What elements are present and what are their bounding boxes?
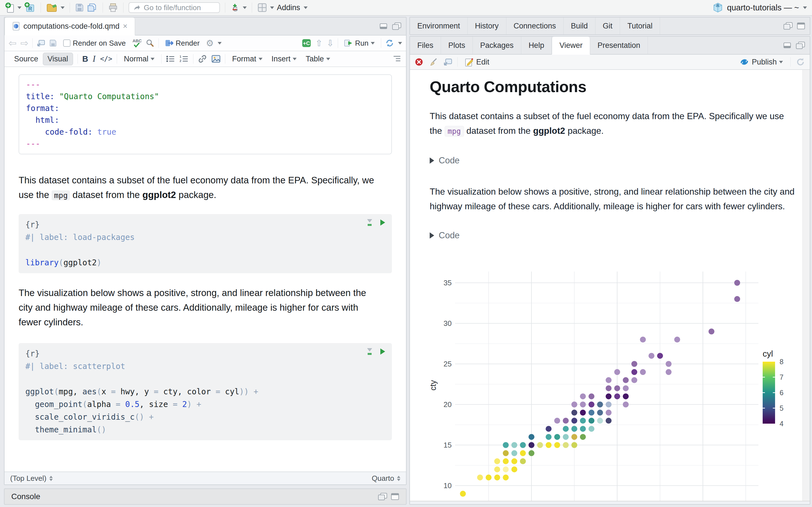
image-icon[interactable] — [211, 55, 220, 63]
run-chunk-icon[interactable] — [379, 348, 386, 355]
format-menu[interactable]: Format — [230, 54, 265, 64]
source-mode-button[interactable]: Source — [10, 53, 43, 65]
tab-title: computations-code-fold.qmd — [23, 22, 119, 31]
panes-caret-icon — [270, 6, 274, 9]
link-icon[interactable] — [198, 55, 207, 63]
code-button[interactable]: </> — [100, 55, 112, 63]
visual-mode-button[interactable]: Visual — [43, 53, 73, 65]
tab-presentation[interactable]: Presentation — [590, 37, 648, 54]
save-icon[interactable] — [49, 39, 57, 47]
data-point — [511, 442, 517, 448]
tab-files[interactable]: Files — [410, 37, 441, 54]
tab-computations-code-fold[interactable]: computations-code-fold.qmd × — [4, 17, 135, 36]
back-icon[interactable]: ⇦ — [8, 38, 17, 49]
data-point — [494, 466, 500, 472]
tab-viewer[interactable]: Viewer — [552, 37, 590, 55]
code-fold-2[interactable]: Code — [430, 230, 790, 240]
data-point — [563, 418, 569, 424]
outline-icon[interactable] — [392, 55, 401, 62]
editor-paragraph-2[interactable]: The visualization below shows a positive… — [18, 286, 382, 330]
run-chunk-icon[interactable] — [379, 219, 386, 226]
clear-broom-icon[interactable] — [428, 57, 438, 66]
source-rerun-icon[interactable] — [385, 39, 394, 47]
render-button[interactable]: Render — [163, 38, 202, 49]
run-button[interactable]: Run — [342, 38, 377, 49]
filetype-updown-icon[interactable] — [397, 476, 400, 481]
edit-button[interactable]: Edit — [463, 56, 492, 68]
run-chunks-above-icon[interactable] — [366, 348, 373, 355]
popout-icon[interactable] — [443, 58, 452, 66]
new-project-button[interactable]: R — [24, 2, 36, 13]
code-fold-1[interactable]: Code — [430, 156, 790, 166]
code-chunk-load-packages[interactable]: {r}#| label: load-packages library(ggplo… — [18, 214, 392, 273]
version-control-button[interactable]: G — [231, 2, 247, 13]
tab-packages[interactable]: Packages — [473, 37, 521, 54]
addins-button[interactable]: Addins — [277, 3, 308, 12]
maximize-pane-icon[interactable] — [797, 22, 805, 30]
render-settings-gear-icon[interactable]: ⚙ — [206, 38, 214, 48]
render-label: Render — [175, 39, 200, 48]
render-on-save-checkbox[interactable] — [63, 40, 70, 47]
save-button[interactable] — [75, 3, 84, 12]
filetype-indicator[interactable]: Quarto — [372, 474, 395, 483]
forward-icon[interactable]: ⇨ — [20, 38, 29, 49]
viewer-content[interactable]: Quarto Computations This dataset contain… — [410, 70, 810, 504]
restore-pane-icon[interactable] — [378, 493, 388, 501]
yaml-block[interactable]: ---title: "Quarto Computations"format: h… — [18, 74, 392, 154]
scope-updown-icon[interactable] — [49, 476, 53, 481]
code-chunk-scatterplot[interactable]: {r}#| label: scatterplot ggplot(mpg, aes… — [18, 343, 392, 440]
panes-grid-icon — [257, 3, 267, 13]
editor-paragraph-1[interactable]: This dataset contains a subset of the fu… — [18, 173, 382, 203]
scope-indicator[interactable]: (Top Level) — [10, 474, 47, 483]
stop-viewer-icon[interactable] — [414, 57, 423, 66]
project-menu[interactable]: R quarto-tutorials — ~ — [712, 2, 807, 13]
spellcheck-icon[interactable]: ABC — [132, 38, 142, 48]
tab-tutorial[interactable]: Tutorial — [620, 17, 660, 34]
find-replace-icon[interactable] — [146, 39, 154, 48]
viewer-scrollbar[interactable] — [802, 70, 810, 501]
goto-file-input[interactable]: Go to file/function — [129, 2, 220, 13]
save-all-button[interactable] — [87, 3, 98, 12]
render-on-save-toggle[interactable]: Render on Save — [61, 38, 128, 49]
bullet-list-icon[interactable] — [166, 55, 175, 62]
minimize-pane-icon[interactable] — [783, 42, 792, 49]
tab-build[interactable]: Build — [564, 17, 596, 34]
doc-title: Quarto Computations — [430, 78, 790, 96]
run-previous-chunks-icon[interactable]: ⇧ — [315, 38, 322, 48]
render-settings-caret-icon[interactable] — [218, 42, 221, 45]
numbered-list-icon[interactable]: 12 — [180, 55, 189, 62]
maximize-pane-icon[interactable] — [796, 41, 805, 49]
tab-connections[interactable]: Connections — [506, 17, 564, 34]
tab-plots[interactable]: Plots — [441, 37, 473, 54]
insert-chunk-icon[interactable]: +C — [302, 39, 311, 48]
run-chunks-above-icon[interactable] — [366, 219, 373, 226]
maximize-pane-icon[interactable] — [391, 493, 399, 500]
publish-button[interactable]: Publish — [737, 56, 785, 68]
refresh-icon[interactable] — [796, 57, 805, 67]
open-file-button[interactable] — [46, 3, 64, 13]
source-caret-icon[interactable] — [398, 42, 402, 45]
tab-help[interactable]: Help — [521, 37, 552, 54]
insert-menu[interactable]: Insert — [269, 54, 299, 64]
paragraph-style-select[interactable]: Normal — [121, 54, 157, 64]
table-menu[interactable]: Table — [303, 54, 333, 64]
bold-button[interactable]: B — [82, 54, 88, 64]
legend-tick-label: 8 — [779, 358, 783, 365]
tab-environment[interactable]: Environment — [410, 17, 468, 34]
tab-history[interactable]: History — [468, 17, 506, 34]
tab-close-icon[interactable]: × — [123, 22, 128, 31]
popout-icon[interactable] — [37, 39, 45, 47]
workspace-panes-button[interactable] — [257, 3, 274, 13]
minimize-pane-icon[interactable] — [379, 22, 388, 30]
data-point — [503, 450, 509, 456]
new-file-button[interactable] — [5, 2, 21, 13]
print-button[interactable] — [108, 3, 118, 12]
data-point — [623, 393, 629, 399]
italic-button[interactable]: I — [93, 54, 96, 64]
maximize-pane-icon[interactable] — [392, 22, 402, 30]
run-next-chunks-icon[interactable]: ⇩ — [326, 38, 334, 48]
tab-git[interactable]: Git — [596, 17, 620, 34]
editor-content[interactable]: ---title: "Quarto Computations"format: h… — [4, 67, 406, 440]
data-point — [631, 369, 637, 375]
restore-pane-icon[interactable] — [783, 22, 793, 30]
